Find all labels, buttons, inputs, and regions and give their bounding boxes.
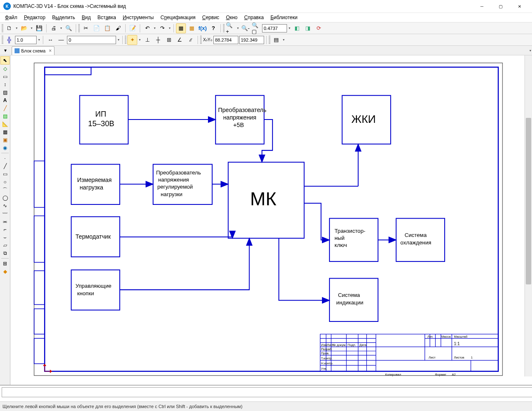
undo-button[interactable]: ↶ <box>142 23 152 33</box>
hatch-tool[interactable]: ▨ <box>1 89 9 96</box>
toolbar-grip[interactable] <box>200 36 202 44</box>
ortho-button[interactable]: ╬ <box>4 35 14 45</box>
menu-libraries[interactable]: Библиотеки <box>267 14 301 21</box>
equidist-tool[interactable]: ⧉ <box>1 249 9 257</box>
coord-y-input[interactable] <box>239 36 264 44</box>
menu-insert[interactable]: Вставка <box>94 14 119 21</box>
coord-x-input[interactable] <box>213 36 238 44</box>
grid-button[interactable]: ▦ <box>176 23 186 33</box>
zoom-in-button[interactable]: 🔍+ <box>225 23 235 33</box>
snap-button[interactable]: ✦ <box>127 35 137 45</box>
open-button[interactable]: 📂 <box>19 23 29 33</box>
snap-angle-button[interactable]: ∠ <box>175 35 185 45</box>
menu-file[interactable]: Файл <box>2 14 21 21</box>
toolbar-grip[interactable] <box>125 36 126 44</box>
copy-button[interactable]: 📄 <box>92 23 101 33</box>
variables-button[interactable]: f(x) <box>198 23 208 33</box>
menu-help[interactable]: Справка <box>241 14 267 21</box>
help-cursor-button[interactable]: ? <box>208 23 218 33</box>
tab-overflow-button[interactable]: ▾ <box>529 46 532 55</box>
measure-tool[interactable]: 📐 <box>1 120 9 128</box>
menu-view[interactable]: Вид <box>79 14 94 21</box>
toolbar-grip[interactable] <box>223 24 225 32</box>
tab-close-button[interactable]: × <box>49 48 52 54</box>
zoom-out-button[interactable]: 🔍- <box>240 23 250 33</box>
zoom-fit-button[interactable]: 🔍▢ <box>251 23 261 33</box>
circle-tool[interactable]: ○ <box>1 178 9 186</box>
toolbar-grip[interactable] <box>2 24 3 32</box>
contour-tool[interactable]: ▱ <box>1 242 9 249</box>
menu-tools[interactable]: Инструменты <box>119 14 157 21</box>
zoom-input[interactable] <box>262 24 287 32</box>
arc-tool[interactable]: ⌒ <box>1 186 9 194</box>
scale-select[interactable] <box>15 36 37 44</box>
pointer-tool[interactable]: ⬉ <box>0 56 10 65</box>
chamfer-tool[interactable]: ⌐ <box>1 226 9 233</box>
redo-dropdown[interactable]: ▾ <box>168 24 171 33</box>
toolbar-grip[interactable] <box>78 24 80 32</box>
snap-mid-button[interactable]: ┼ <box>153 35 163 45</box>
menu-select[interactable]: Выделить <box>49 14 78 21</box>
menu-service[interactable]: Сервис <box>199 14 223 21</box>
step-button[interactable]: ↔ <box>45 35 55 45</box>
dimension-tool[interactable]: ↕ <box>1 81 9 88</box>
snap-end-button[interactable]: ⊥ <box>142 35 152 45</box>
snap-para-button[interactable]: ⫽ <box>186 35 195 45</box>
print-preview-button[interactable]: 🔍 <box>64 23 74 33</box>
style-select[interactable] <box>67 36 116 44</box>
toolbar-grip[interactable] <box>269 36 270 44</box>
minimize-button[interactable]: ─ <box>473 0 491 12</box>
command-input[interactable] <box>2 387 532 397</box>
print-button[interactable]: 🖨 <box>49 23 59 33</box>
geometry-tool[interactable]: ◇ <box>1 65 9 72</box>
vertical-scrollbar[interactable] <box>525 55 532 376</box>
open-dropdown[interactable]: ▾ <box>30 24 33 33</box>
drawing-canvas[interactable]: ИП 15–30В Преобразователь напряжения +5В… <box>10 55 532 385</box>
undo-dropdown[interactable]: ▾ <box>153 24 156 33</box>
segment-tool[interactable]: ▭ <box>1 73 9 80</box>
menu-spec[interactable]: Спецификация <box>157 14 199 21</box>
redo-button[interactable]: ↷ <box>157 23 167 33</box>
spline-tool[interactable]: ∿ <box>1 202 9 209</box>
spec-tool[interactable]: ▣ <box>1 136 9 144</box>
save-button[interactable]: 💾 <box>34 23 44 33</box>
document-tab[interactable]: Блок схема × <box>12 46 54 55</box>
rect-tool[interactable]: ▭ <box>1 170 9 178</box>
paint-format-button[interactable]: 🖌 <box>113 23 123 33</box>
scrollbar-thumb[interactable] <box>526 118 531 284</box>
maximize-button[interactable]: ▢ <box>491 0 510 12</box>
print-dropdown[interactable]: ▾ <box>59 24 63 33</box>
view3d-tool[interactable]: ◆ <box>1 268 9 275</box>
layers-button[interactable]: ▤ <box>271 35 281 45</box>
text-tool[interactable]: A <box>1 97 9 104</box>
paste-button[interactable]: 📋 <box>102 23 112 33</box>
menu-editor[interactable]: Редактор <box>21 14 49 21</box>
fillet-tool[interactable]: ⌣ <box>1 234 9 241</box>
new-doc-dropdown[interactable]: ▾ <box>15 24 18 33</box>
snap-grid-button[interactable]: ⊞ <box>164 35 174 45</box>
assembly-tool[interactable]: ⊞ <box>1 260 9 267</box>
cut-button[interactable]: ✂ <box>81 23 91 33</box>
properties-button[interactable]: 📝 <box>128 23 138 33</box>
point-tool[interactable]: · <box>1 154 9 162</box>
zoom-next-button[interactable]: ◨ <box>303 23 313 33</box>
report-tool[interactable]: ◉ <box>1 144 9 152</box>
polyline-tool[interactable]: ⫘ <box>1 218 9 225</box>
constraint-tool[interactable]: ▤ <box>1 112 9 120</box>
drawing-svg[interactable]: ИП 15–30В Преобразователь напряжения +5В… <box>15 60 522 381</box>
refresh-button[interactable]: ⟳ <box>314 23 324 33</box>
table-tool[interactable]: ▦ <box>1 128 9 136</box>
xy-button[interactable]: X₀Y₀ <box>203 35 213 45</box>
linestyle-button[interactable]: — <box>56 35 66 45</box>
bezier-tool[interactable]: 〰 <box>1 210 9 217</box>
zoom-prev-button[interactable]: ◧ <box>292 23 302 33</box>
new-doc-button[interactable]: 🗋 <box>4 23 14 33</box>
menu-window[interactable]: Окно <box>223 14 241 21</box>
library-manager-button[interactable]: ▦ <box>187 23 197 33</box>
toolbar-grip[interactable] <box>2 36 3 44</box>
edit-tool[interactable]: ╱ <box>1 105 9 112</box>
close-button[interactable]: ✕ <box>510 0 529 12</box>
tab-menu-button[interactable]: ▾ <box>2 47 9 54</box>
ellipse-tool[interactable]: ◯ <box>1 194 9 202</box>
line-tool[interactable]: ╱ <box>1 162 9 170</box>
